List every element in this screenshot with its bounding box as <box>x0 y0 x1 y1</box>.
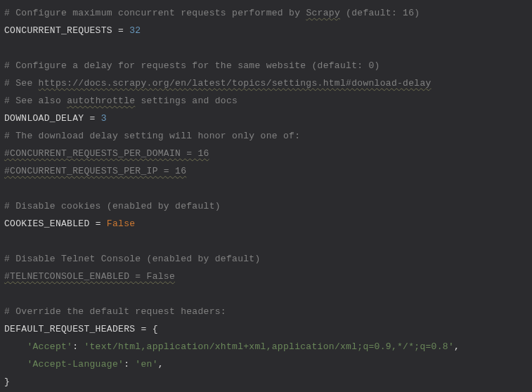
comment-text: # Disable cookies (enabled by default) <box>4 201 221 211</box>
colon: : <box>72 341 84 352</box>
comment-text: settings and docs <box>135 96 238 106</box>
code-line-22: } <box>4 373 528 391</box>
comment-text: # Disable Telnet Console (enabled by def… <box>4 254 261 264</box>
blank-line <box>4 285 528 303</box>
code-line-13: COOKIES_ENABLED = False <box>4 215 528 233</box>
code-line-1: # Configure maximum concurrent requests … <box>4 4 528 22</box>
variable-cookies-enabled: COOKIES_ENABLED <box>4 218 90 229</box>
code-line-9: #CONCURRENT_REQUESTS_PER_DOMAIN = 16 <box>4 145 528 162</box>
variable-download-delay: DOWNLOAD_DELAY <box>4 113 84 124</box>
comment-disabled-setting: #TELNETCONSOLE_ENABLED = False <box>4 271 175 282</box>
blank-line <box>4 39 528 57</box>
comment-url: https://docs.scrapy.org/en/latest/topics… <box>39 78 432 89</box>
comment-word-autothrottle: autothrottle <box>67 96 135 106</box>
code-editor[interactable]: # Configure maximum concurrent requests … <box>4 4 528 391</box>
comment-text: # See <box>4 78 39 89</box>
operator-equals: = <box>135 324 152 334</box>
number-literal: 3 <box>101 113 107 124</box>
code-line-20: 'Accept': 'text/html,application/xhtml+x… <box>4 338 528 355</box>
comma: , <box>454 341 460 352</box>
comment-disabled-setting: #CONCURRENT_REQUESTS_PER_DOMAIN = 16 <box>4 148 209 159</box>
code-line-4: # Configure a delay for requests for the… <box>4 57 528 74</box>
indent <box>4 341 27 352</box>
operator-equals: = <box>90 218 107 229</box>
comma: , <box>158 359 164 370</box>
code-line-19: DEFAULT_REQUEST_HEADERS = { <box>4 320 528 338</box>
code-line-12: # Disable cookies (enabled by default) <box>4 197 528 215</box>
comment-text: # The download delay setting will honor … <box>4 131 300 141</box>
code-line-2: CONCURRENT_REQUESTS = 32 <box>4 22 528 39</box>
variable-concurrent-requests: CONCURRENT_REQUESTS <box>4 25 112 36</box>
colon: : <box>124 359 135 370</box>
comment-text: # Configure a delay for requests for the… <box>4 60 380 71</box>
blank-line <box>4 233 528 250</box>
indent <box>4 359 27 370</box>
comment-disabled-setting: #CONCURRENT_REQUESTS_PER_IP = 16 <box>4 166 186 176</box>
comment-word-scrapy: Scrapy <box>306 8 340 18</box>
brace-close: } <box>4 377 10 387</box>
code-line-5: # See https://docs.scrapy.org/en/latest/… <box>4 74 528 92</box>
keyword-false: False <box>107 218 136 229</box>
operator-equals: = <box>84 113 100 124</box>
code-line-7: DOWNLOAD_DELAY = 3 <box>4 110 528 127</box>
code-line-18: # Override the default request headers: <box>4 303 528 320</box>
blank-line <box>4 180 528 197</box>
code-line-10: #CONCURRENT_REQUESTS_PER_IP = 16 <box>4 162 528 180</box>
brace-open: { <box>153 324 158 334</box>
string-value-accept-language: 'en' <box>135 359 157 370</box>
comment-text: # Override the default request headers: <box>4 306 226 317</box>
number-literal: 32 <box>129 25 141 36</box>
code-line-16: #TELNETCONSOLE_ENABLED = False <box>4 268 528 285</box>
code-line-6: # See also autothrottle settings and doc… <box>4 92 528 110</box>
operator-equals: = <box>112 25 129 36</box>
string-key-accept-language: 'Accept-Language' <box>27 359 124 370</box>
comment-text: (default: 16) <box>340 8 420 18</box>
code-line-21: 'Accept-Language': 'en', <box>4 355 528 373</box>
string-key-accept: 'Accept' <box>27 341 72 352</box>
code-line-15: # Disable Telnet Console (enabled by def… <box>4 250 528 268</box>
code-line-8: # The download delay setting will honor … <box>4 127 528 145</box>
variable-default-request-headers: DEFAULT_REQUEST_HEADERS <box>4 324 135 334</box>
string-value-accept: 'text/html,application/xhtml+xml,applica… <box>84 341 454 352</box>
comment-text: # Configure maximum concurrent requests … <box>4 8 306 18</box>
comment-text: # See also <box>4 96 67 106</box>
